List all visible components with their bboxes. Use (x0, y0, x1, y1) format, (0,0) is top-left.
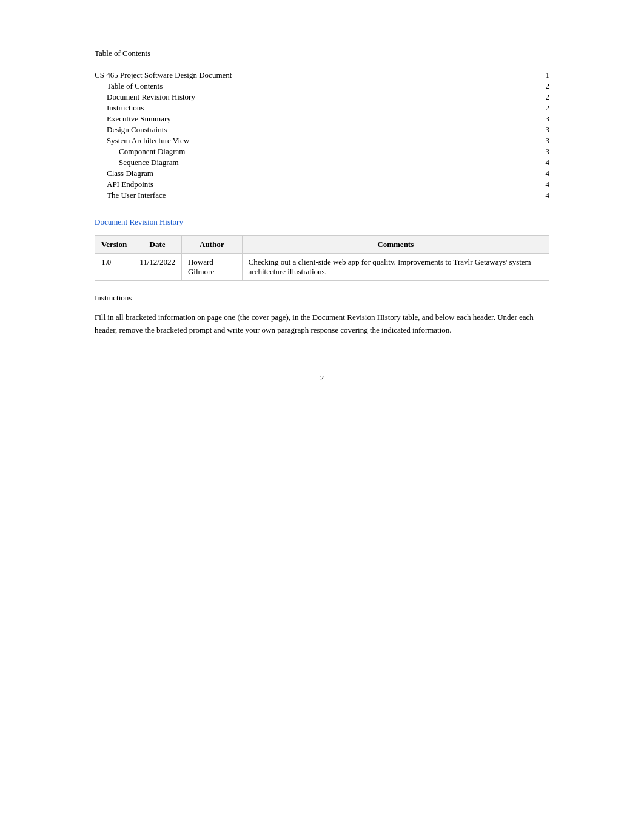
toc-title: API Endpoints (95, 180, 153, 189)
revision-col-comments: Comments (242, 236, 549, 254)
toc-page: 2 (537, 92, 549, 102)
toc-row: Component Diagram 3 (95, 147, 549, 157)
toc-row: API Endpoints 4 (95, 180, 549, 189)
toc-title: Design Constraints (95, 125, 167, 135)
toc-title: CS 465 Project Software Design Document (95, 70, 232, 80)
revision-table-row: 1.0 11/12/2022 Howard Gilmore Checking o… (95, 254, 549, 281)
page-number: 2 (95, 373, 549, 383)
revision-col-author: Author (181, 236, 242, 254)
toc-page: 4 (537, 158, 549, 167)
toc-row: System Architecture View 3 (95, 136, 549, 146)
toc-page: 3 (537, 114, 549, 124)
toc-row: CS 465 Project Software Design Document … (95, 70, 549, 80)
revision-section-heading: Document Revision History (95, 217, 549, 227)
page-container: Table of Contents CS 465 Project Softwar… (95, 0, 549, 431)
toc-page: 4 (537, 180, 549, 189)
toc-row: Sequence Diagram 4 (95, 158, 549, 167)
toc-title: Sequence Diagram (95, 158, 179, 167)
toc-page: 3 (537, 125, 549, 135)
toc-title: Component Diagram (95, 147, 185, 157)
toc-row: Table of Contents 2 (95, 81, 549, 91)
revision-comments: Checking out a client-side web app for q… (242, 254, 549, 281)
toc-page: 2 (537, 81, 549, 91)
toc-entries: CS 465 Project Software Design Document … (95, 70, 549, 200)
instructions-heading: Instructions (95, 293, 549, 303)
revision-col-version: Version (95, 236, 133, 254)
toc-row: The User Interface 4 (95, 191, 549, 200)
revision-author: Howard Gilmore (181, 254, 242, 281)
toc-title: The User Interface (95, 191, 166, 200)
toc-label: Table of Contents (95, 49, 549, 58)
toc-page: 4 (537, 169, 549, 178)
toc-page: 2 (537, 103, 549, 113)
toc-row: Document Revision History 2 (95, 92, 549, 102)
toc-row: Class Diagram 4 (95, 169, 549, 178)
toc-page: 1 (537, 70, 549, 80)
toc-page: 3 (537, 147, 549, 157)
toc-title: Table of Contents (95, 81, 163, 91)
toc-title: Document Revision History (95, 92, 195, 102)
instructions-body: Fill in all bracketed information on pag… (95, 311, 549, 337)
toc-title: Class Diagram (95, 169, 153, 178)
toc-title: Instructions (95, 103, 144, 113)
revision-version: 1.0 (95, 254, 133, 281)
revision-date: 11/12/2022 (133, 254, 182, 281)
toc-row: Instructions 2 (95, 103, 549, 113)
toc-title: Executive Summary (95, 114, 171, 124)
toc-page: 3 (537, 136, 549, 146)
revision-table-header-row: Version Date Author Comments (95, 236, 549, 254)
revision-col-date: Date (133, 236, 182, 254)
toc-page: 4 (537, 191, 549, 200)
revision-table: Version Date Author Comments 1.0 11/12/2… (95, 235, 549, 281)
toc-row: Executive Summary 3 (95, 114, 549, 124)
toc-row: Design Constraints 3 (95, 125, 549, 135)
toc-title: System Architecture View (95, 136, 189, 146)
